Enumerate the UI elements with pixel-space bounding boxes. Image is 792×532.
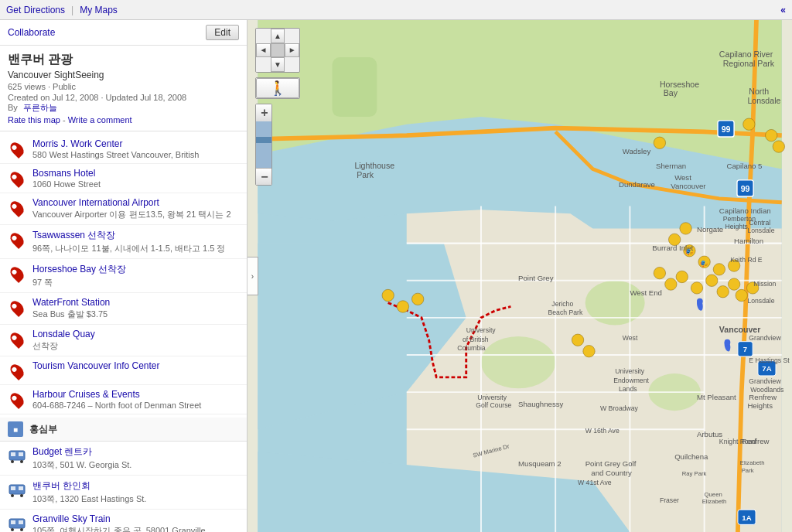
svg-point-57	[665, 278, 677, 290]
svg-text:Horseshoe: Horseshoe	[660, 80, 699, 89]
place-address: 580 West Hastings Street Vancouver, Brit…	[32, 150, 239, 159]
map-views: 625 views · Public	[8, 82, 76, 91]
svg-point-68	[572, 334, 583, 346]
place-item[interactable]: Tsawwassen 선착장96쪽, 나나이모 11불, 시내에서 1-1.5,…	[0, 225, 247, 259]
edit-button[interactable]: Edit	[206, 25, 239, 40]
map-created: Created on Jul 12, 2008 · Updated Jul 18…	[8, 93, 239, 102]
svg-text:Keith Rd E: Keith Rd E	[730, 256, 763, 264]
place-name-link[interactable]: Tsawwassen 선착장	[32, 230, 115, 240]
transport-name-link[interactable]: 밴쿠버 한인회	[32, 480, 90, 491]
svg-text:Vancouver: Vancouver	[671, 182, 706, 190]
svg-text:Vancouver: Vancouver	[719, 325, 761, 334]
pin-shape	[8, 264, 26, 283]
zoom-in-button[interactable]: +	[256, 104, 272, 121]
place-name-link[interactable]: Tourism Vancouver Info Center	[32, 360, 160, 371]
svg-text:Quilchena: Quilchena	[674, 452, 708, 461]
zoom-track[interactable]	[256, 121, 272, 168]
topbar-separator: |	[71, 5, 73, 15]
my-maps-link[interactable]: My Maps	[80, 5, 118, 15]
map-container[interactable]: 99 99 🎭 🎭	[248, 20, 792, 532]
place-item[interactable]: Vancouver International AirportVancouver…	[0, 193, 247, 225]
svg-point-13	[11, 528, 14, 531]
nav-down-button[interactable]: ▼	[271, 57, 285, 72]
place-details: Vancouver International AirportVancouver…	[32, 197, 239, 220]
get-directions-link[interactable]: Get Directions	[6, 5, 65, 15]
transport-name-link[interactable]: Budget 렌트카	[32, 446, 92, 457]
svg-text:Arbutus: Arbutus	[697, 430, 722, 438]
transport-address: 103쪽, 501 W. Georgia St.	[32, 459, 239, 471]
svg-text:Elizabeth: Elizabeth	[702, 498, 727, 505]
svg-text:Lighthouse: Lighthouse	[354, 161, 394, 170]
place-name-link[interactable]: Morris J. Work Center	[32, 138, 122, 149]
place-address: Sea Bus 출발 $3.75	[32, 309, 239, 320]
place-name-link[interactable]: WaterFront Station	[32, 297, 110, 308]
place-pin-icon	[8, 199, 26, 217]
svg-text:Mt Pleasant: Mt Pleasant	[697, 393, 736, 401]
place-item[interactable]: Harbour Cruises & Events604-688-7246 – N…	[0, 385, 247, 414]
rate-map-link[interactable]: Rate this map	[8, 115, 60, 124]
svg-text:University: University	[615, 367, 645, 375]
place-details: Lonsdale Quay선착장	[32, 329, 239, 352]
svg-text:Renfrew: Renfrew	[749, 393, 777, 401]
svg-text:Ray Park: Ray Park	[682, 470, 707, 477]
place-name-link[interactable]: Vancouver International Airport	[32, 197, 159, 208]
transport-details: Granville Sky Train105쪽, 여행시작하기 좋은 곳. 58…	[32, 513, 239, 532]
nav-left-button[interactable]: ◄	[256, 43, 271, 58]
zoom-out-button[interactable]: −	[256, 168, 272, 185]
svg-text:Central: Central	[749, 219, 770, 227]
sidebar-collapse-button[interactable]: ›	[248, 257, 258, 295]
place-name-link[interactable]: Bosmans Hotel	[32, 168, 95, 179]
place-address: 97 쪽	[32, 277, 239, 288]
place-details: Tourism Vancouver Info Center	[32, 360, 239, 371]
svg-text:Musqueam 2: Musqueam 2	[518, 459, 562, 468]
map-actions: Rate this map - Write a comment	[8, 115, 239, 124]
svg-text:Wadsley: Wadsley	[623, 147, 651, 155]
street-view-button[interactable]: 🚶	[256, 78, 299, 98]
place-name-link[interactable]: Harbour Cruises & Events	[32, 389, 140, 400]
map-by-label: By	[8, 103, 18, 112]
main-content: Collaborate Edit 밴쿠버 관광 Vancouver SightS…	[0, 20, 792, 532]
svg-text:99: 99	[741, 184, 750, 193]
svg-text:Regional Park: Regional Park	[723, 59, 775, 68]
bus-icon	[8, 447, 26, 466]
svg-text:Lonsdale: Lonsdale	[747, 297, 774, 305]
map-canvas: 99 99 🎭 🎭	[248, 20, 792, 532]
place-item[interactable]: Tourism Vancouver Info Center	[0, 356, 247, 385]
place-item[interactable]: Horseshoe Bay 선착장97 쪽	[0, 259, 247, 293]
place-name-link[interactable]: Horseshoe Bay 선착장	[32, 264, 126, 275]
place-name-link[interactable]: Lonsdale Quay	[32, 329, 95, 339]
nav-up-button[interactable]: ▲	[271, 29, 285, 43]
nav-right-button[interactable]: ►	[285, 43, 299, 58]
map-author-link[interactable]: 푸른하늘	[23, 103, 57, 112]
map-meta: 625 views · Public	[8, 82, 239, 91]
nav-center	[271, 43, 285, 58]
place-item[interactable]: Morris J. Work Center580 West Hastings S…	[0, 135, 247, 164]
svg-point-71	[725, 339, 731, 346]
transport-item[interactable]: 밴쿠버 한인회103쪽, 1320 East Hastings St.	[0, 476, 247, 510]
nav-topright	[285, 29, 299, 43]
transport-item[interactable]: Granville Sky Train105쪽, 여행시작하기 좋은 곳. 58…	[0, 510, 247, 532]
place-item[interactable]: WaterFront StationSea Bus 출발 $3.75	[0, 293, 247, 325]
svg-text:Heights: Heights	[725, 223, 749, 230]
transport-name-link[interactable]: Granville Sky Train	[32, 513, 111, 524]
svg-point-70	[697, 298, 703, 305]
svg-text:Endowment: Endowment	[613, 377, 649, 384]
place-item[interactable]: Lonsdale Quay선착장	[0, 325, 247, 356]
zoom-group: + −	[255, 104, 272, 186]
transport-item[interactable]: Budget 렌트카103쪽, 501 W. Georgia St.	[0, 442, 247, 476]
svg-text:Grandview: Grandview	[749, 334, 781, 342]
place-pin-icon	[8, 330, 26, 349]
map-title-english: Vancouver SightSeeing	[8, 70, 239, 80]
svg-point-27	[481, 336, 555, 388]
svg-text:Lands: Lands	[619, 385, 637, 393]
place-item[interactable]: Bosmans Hotel1060 Howe Street	[0, 164, 247, 193]
svg-text:Fraser: Fraser	[660, 496, 679, 504]
svg-point-61	[717, 286, 729, 298]
write-comment-link[interactable]: Write a comment	[68, 115, 132, 124]
svg-text:W 16th Ave: W 16th Ave	[585, 427, 620, 435]
map-info: 밴쿠버 관광 Vancouver SightSeeing 625 views ·…	[0, 46, 247, 131]
collapse-topbar-arrow[interactable]: «	[780, 5, 786, 15]
collaborate-link[interactable]: Collaborate	[8, 27, 55, 38]
svg-text:Shaughnessy: Shaughnessy	[518, 400, 563, 408]
svg-text:Burrard Inlet: Burrard Inlet	[652, 244, 693, 252]
